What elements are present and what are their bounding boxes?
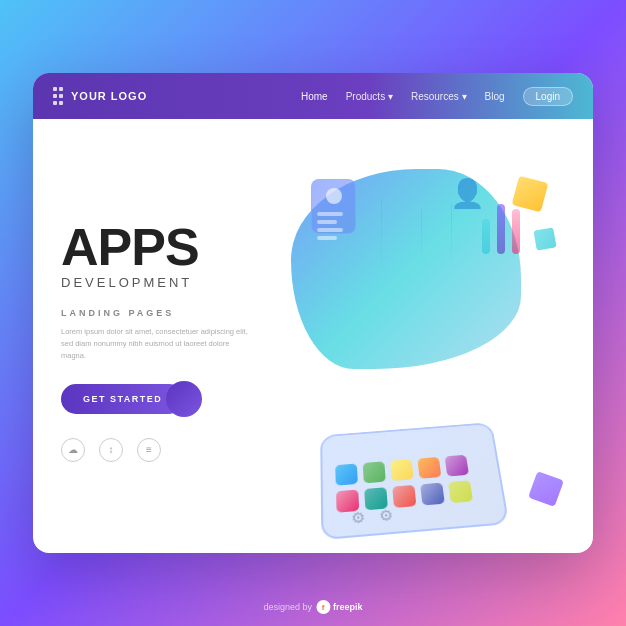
login-button[interactable]: Login (523, 87, 573, 106)
nav-products[interactable]: Products ▾ (346, 91, 393, 102)
cube-teal (533, 227, 556, 250)
arrow-icon[interactable]: ↕ (99, 438, 123, 462)
gear-icon-2: ⚙ (378, 506, 398, 524)
left-content: APPS DEVELOPMENT LANDING PAGES Lorem ips… (61, 149, 301, 533)
menu-icon[interactable]: ≡ (137, 438, 161, 462)
app-icon-2 (363, 461, 386, 483)
app-icon-4 (417, 457, 441, 479)
designed-by-text: designed by (263, 602, 312, 612)
card-line-2 (317, 220, 337, 224)
vert-line-3 (451, 204, 452, 274)
nav-home[interactable]: Home (301, 91, 328, 102)
float-card-content (312, 180, 355, 248)
card-line-3 (317, 228, 343, 232)
card-line-4 (317, 236, 337, 240)
card-avatar (326, 188, 342, 204)
app-icon-10 (448, 480, 473, 503)
nav-blog[interactable]: Blog (485, 91, 505, 102)
app-icon-9 (420, 483, 445, 506)
float-bar-pink (512, 209, 520, 254)
vert-line-2 (421, 209, 422, 269)
cloud-icon[interactable]: ☁ (61, 438, 85, 462)
hero-description: Lorem ipsum dolor sit amet, consectetuer… (61, 326, 251, 362)
float-ui-card (311, 179, 356, 234)
get-started-button[interactable]: GET STARTED (61, 384, 184, 414)
app-icon-5 (445, 455, 469, 477)
gear-icon-1: ⚙ (350, 508, 369, 526)
freepik-logo: f freepik (316, 600, 363, 614)
main-content: APPS DEVELOPMENT LANDING PAGES Lorem ips… (33, 119, 593, 553)
nav-resources[interactable]: Resources ▾ (411, 91, 467, 102)
app-icon-3 (390, 459, 414, 481)
vert-line-1 (381, 199, 382, 279)
illustration-area: 👤 (301, 149, 565, 533)
hero-title: APPS (61, 221, 301, 273)
logo-icon (53, 87, 63, 105)
cube-purple (528, 471, 564, 507)
landing-label: LANDING PAGES (61, 308, 301, 318)
landing-page-card: YOUR LOGO Home Products ▾ Resources ▾ Bl… (33, 73, 593, 553)
hero-subtitle: DEVELOPMENT (61, 275, 301, 290)
person-icon: 👤 (450, 177, 485, 210)
cube-yellow (512, 176, 549, 213)
freepik-icon: f (316, 600, 330, 614)
navbar: YOUR LOGO Home Products ▾ Resources ▾ Bl… (33, 73, 593, 119)
logo-text: YOUR LOGO (71, 90, 147, 102)
float-bar-purple (497, 204, 505, 254)
app-icon-1 (335, 464, 358, 486)
card-line-1 (317, 212, 343, 216)
logo-area: YOUR LOGO (53, 87, 281, 105)
nav-links: Home Products ▾ Resources ▾ Blog Login (301, 87, 573, 106)
freepik-text: freepik (333, 602, 363, 612)
designed-by-label: designed by f freepik (263, 600, 362, 614)
bottom-icons: ☁ ↕ ≡ (61, 438, 301, 462)
app-icon-8 (392, 485, 416, 508)
float-bar-teal (482, 219, 490, 254)
